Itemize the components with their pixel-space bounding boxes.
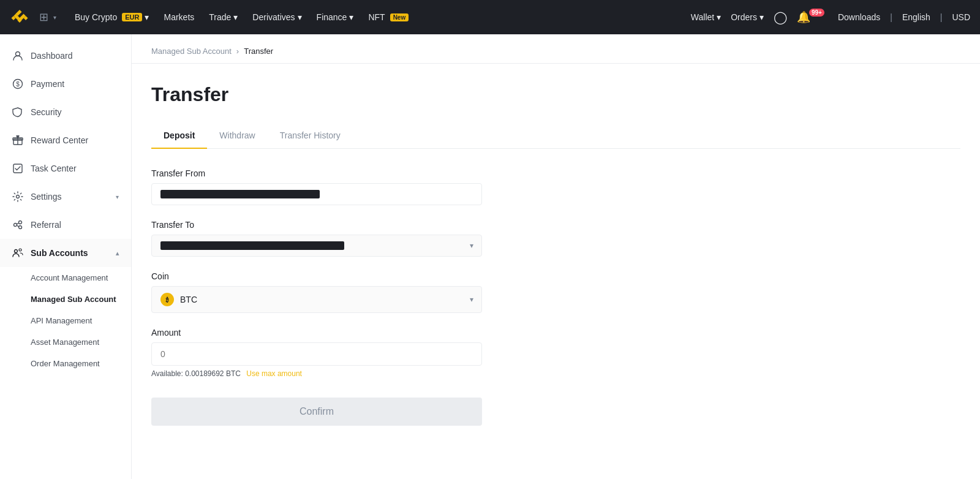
nav-derivatives[interactable]: Derivatives ▾ xyxy=(246,9,307,26)
sidebar-label-dashboard: Dashboard xyxy=(31,51,73,61)
nav-nft[interactable]: NFT New xyxy=(362,9,415,26)
coin-value: BTC xyxy=(180,295,197,304)
divider2: | xyxy=(940,12,943,22)
sidebar-item-security[interactable]: Security xyxy=(0,98,131,126)
page-title: Transfer xyxy=(151,83,960,106)
nav-links: Buy Crypto EUR ▾ Markets Trade ▾ Derivat… xyxy=(69,9,691,26)
sub-accounts-arrow-icon: ▴ xyxy=(116,250,119,257)
gift-icon xyxy=(12,135,23,146)
orders-button[interactable]: Orders ▾ xyxy=(731,12,764,22)
sidebar-item-reward-center[interactable]: Reward Center xyxy=(0,126,131,154)
page-content: Transfer Deposit Withdraw Transfer Histo… xyxy=(132,64,980,445)
notifications-button[interactable]: 🔔 99+ xyxy=(797,10,828,24)
svg-point-7 xyxy=(17,195,20,198)
sidebar-sub-menu: Account Management Managed Sub Account A… xyxy=(0,267,131,374)
svg-point-9 xyxy=(19,221,22,224)
sidebar-label-settings: Settings xyxy=(31,192,62,202)
breadcrumb-parent[interactable]: Managed Sub Account xyxy=(151,47,232,56)
svg-point-11 xyxy=(15,250,18,253)
sidebar-item-task-center[interactable]: Task Center xyxy=(0,154,131,183)
svg-point-10 xyxy=(19,226,22,229)
sidebar-item-settings[interactable]: Settings ▾ xyxy=(0,183,131,211)
tab-deposit[interactable]: Deposit xyxy=(151,123,207,149)
svg-rect-6 xyxy=(13,164,22,173)
settings-icon xyxy=(12,191,23,202)
nav-finance[interactable]: Finance ▾ xyxy=(311,9,360,26)
main-content: Managed Sub Account › Transfer Transfer … xyxy=(132,34,980,479)
nav-trade[interactable]: Trade ▾ xyxy=(203,9,244,26)
bell-icon: 🔔 xyxy=(797,10,810,24)
coin-select-display[interactable]: ₿ BTC xyxy=(151,286,482,313)
person-icon xyxy=(12,50,23,61)
sidebar-item-api-management[interactable]: API Management xyxy=(31,310,131,331)
nav-markets[interactable]: Markets xyxy=(157,9,200,26)
tabs: Deposit Withdraw Transfer History xyxy=(151,123,960,149)
divider: | xyxy=(890,12,892,22)
sidebar-item-account-management[interactable]: Account Management xyxy=(31,267,131,289)
sidebar-label-sub-accounts: Sub Accounts xyxy=(31,248,88,258)
grid-arrow-icon[interactable]: ▾ xyxy=(53,14,56,21)
coin-select-arrow-icon: ▾ xyxy=(470,295,473,304)
sidebar-label-payment: Payment xyxy=(31,79,64,89)
downloads-button[interactable]: Downloads xyxy=(838,12,880,22)
transfer-to-group: Transfer To ▾ xyxy=(151,220,482,257)
breadcrumb: Managed Sub Account › Transfer xyxy=(132,34,980,64)
sidebar-item-sub-accounts[interactable]: Sub Accounts ▴ xyxy=(0,239,131,267)
sub-accounts-icon xyxy=(12,247,23,258)
sidebar-label-security: Security xyxy=(31,107,62,117)
confirm-button[interactable]: Confirm xyxy=(151,398,482,426)
sidebar-label-reward-center: Reward Center xyxy=(31,135,88,145)
topnav: ⊞ ▾ Buy Crypto EUR ▾ Markets Trade ▾ Der… xyxy=(0,0,980,34)
breadcrumb-current: Transfer xyxy=(244,47,273,56)
svg-text:$: $ xyxy=(16,81,20,88)
tab-transfer-history[interactable]: Transfer History xyxy=(268,123,353,149)
btc-icon: ₿ xyxy=(160,293,174,306)
profile-icon[interactable]: ◯ xyxy=(774,10,787,25)
referral-icon xyxy=(12,219,23,230)
transfer-from-label: Transfer From xyxy=(151,168,482,178)
coin-group: Coin ₿ BTC ▾ xyxy=(151,271,482,313)
sidebar-label-referral: Referral xyxy=(31,220,61,230)
use-max-amount-link[interactable]: Use max amount xyxy=(246,369,302,378)
transfer-to-redacted xyxy=(160,241,344,250)
coin-select-wrapper[interactable]: ₿ BTC ▾ xyxy=(151,286,482,313)
sidebar-label-task-center: Task Center xyxy=(31,164,77,173)
wallet-button[interactable]: Wallet ▾ xyxy=(691,12,721,22)
orders-arrow-icon: ▾ xyxy=(760,12,764,22)
amount-input[interactable] xyxy=(151,342,482,366)
amount-group: Amount Available: 0.00189692 BTC Use max… xyxy=(151,328,482,378)
transfer-from-group: Transfer From xyxy=(151,168,482,205)
svg-point-12 xyxy=(19,249,21,251)
sidebar-item-asset-management[interactable]: Asset Management xyxy=(31,331,131,353)
topnav-right: Wallet ▾ Orders ▾ ◯ 🔔 99+ Downloads | En… xyxy=(691,10,970,25)
buy-crypto-arrow-icon: ▾ xyxy=(145,12,149,22)
transfer-from-redacted xyxy=(160,190,320,198)
transfer-form: Transfer From Transfer To ▾ xyxy=(151,168,482,426)
language-button[interactable]: English xyxy=(902,12,930,22)
sidebar-item-dashboard[interactable]: Dashboard xyxy=(0,42,131,70)
sidebar-item-order-management[interactable]: Order Management xyxy=(31,353,131,374)
settings-arrow-icon: ▾ xyxy=(116,194,119,200)
check-list-icon xyxy=(12,163,23,174)
layout: Dashboard $ Payment Security xyxy=(0,34,980,479)
wallet-arrow-icon: ▾ xyxy=(717,12,721,22)
transfer-to-label: Transfer To xyxy=(151,220,482,230)
shield-icon xyxy=(12,107,23,118)
sidebar-item-managed-sub-account[interactable]: Managed Sub Account xyxy=(31,289,131,310)
transfer-to-select-wrapper[interactable]: ▾ xyxy=(151,235,482,257)
trade-arrow-icon: ▾ xyxy=(233,12,238,22)
finance-arrow-icon: ▾ xyxy=(349,12,353,22)
coin-label: Coin xyxy=(151,271,482,281)
derivatives-arrow-icon: ▾ xyxy=(298,12,302,22)
nav-buy-crypto[interactable]: Buy Crypto EUR ▾ xyxy=(69,9,155,26)
logo[interactable] xyxy=(10,7,29,27)
currency-button[interactable]: USD xyxy=(952,12,970,22)
amount-helper: Available: 0.00189692 BTC Use max amount xyxy=(151,369,482,378)
grid-icon[interactable]: ⊞ xyxy=(39,10,48,24)
sidebar: Dashboard $ Payment Security xyxy=(0,34,132,479)
sidebar-item-referral[interactable]: Referral xyxy=(0,211,131,239)
sidebar-item-payment[interactable]: $ Payment xyxy=(0,70,131,98)
tab-withdraw[interactable]: Withdraw xyxy=(207,123,267,149)
circle-dollar-icon: $ xyxy=(12,78,23,89)
amount-label: Amount xyxy=(151,328,482,338)
